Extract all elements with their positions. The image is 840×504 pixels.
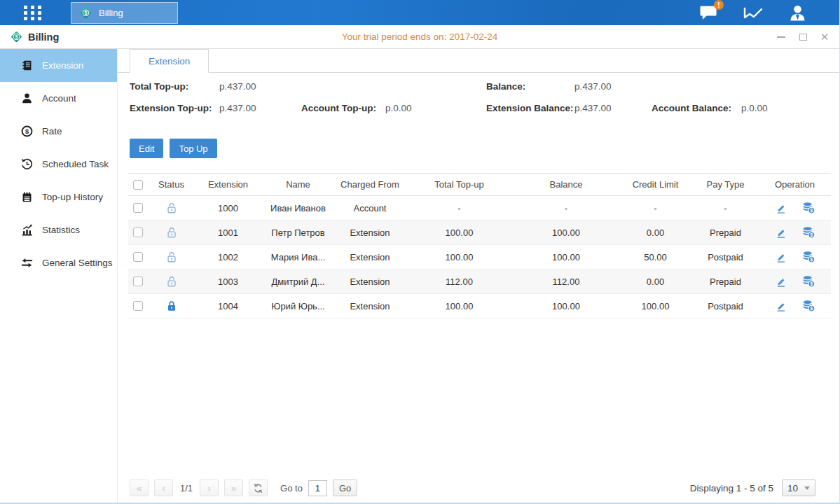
svg-text:$: $ bbox=[810, 232, 813, 238]
svg-text:$: $ bbox=[810, 257, 813, 262]
first-page-button[interactable]: « bbox=[130, 479, 149, 496]
topup-button[interactable]: Top Up bbox=[170, 139, 216, 158]
cell-name: Дмитрий Д... bbox=[261, 270, 335, 293]
row-checkbox[interactable] bbox=[133, 203, 143, 213]
topup-coins-icon[interactable]: $ bbox=[801, 251, 815, 263]
page-size-select[interactable]: 10 bbox=[782, 479, 815, 496]
prev-page-button[interactable]: ‹ bbox=[154, 479, 173, 496]
column-header-charged-from: Charged From bbox=[335, 174, 405, 195]
cell-charged-from: Extension bbox=[335, 245, 405, 269]
row-checkbox[interactable] bbox=[133, 227, 143, 237]
edit-button[interactable]: Edit bbox=[130, 139, 163, 158]
status-locked-icon bbox=[165, 300, 178, 312]
cell-charged-from: Extension bbox=[335, 270, 405, 293]
sidebar-item-rate[interactable]: $ Rate bbox=[0, 115, 117, 148]
last-page-button[interactable]: » bbox=[224, 479, 243, 496]
cell-extension: 1003 bbox=[195, 270, 261, 293]
svg-text:$: $ bbox=[810, 208, 813, 214]
billing-diamond-icon: $ bbox=[10, 30, 23, 43]
sidebar-item-extension[interactable]: Extension bbox=[0, 49, 117, 82]
extension-topup-value: p.437.00 bbox=[219, 103, 256, 113]
status-unlocked-icon bbox=[165, 251, 178, 263]
table-row: 1000Иван ИвановAccount----$ bbox=[128, 196, 831, 220]
topup-coins-icon[interactable]: $ bbox=[801, 202, 815, 214]
sidebar-item-scheduled-task[interactable]: Scheduled Task bbox=[0, 148, 117, 181]
table-row: 1003Дмитрий Д...Extension112.00112.000.0… bbox=[128, 270, 831, 294]
topup-coins-icon[interactable]: $ bbox=[801, 275, 815, 288]
row-checkbox[interactable] bbox=[133, 252, 143, 262]
tab-extension[interactable]: Extension bbox=[130, 49, 209, 73]
close-button[interactable]: ✕ bbox=[820, 32, 829, 42]
column-header-extension: Extension bbox=[195, 174, 261, 195]
sidebar-item-label: Rate bbox=[42, 126, 62, 136]
edit-pencil-icon[interactable] bbox=[775, 227, 787, 239]
user-icon[interactable] bbox=[788, 4, 807, 22]
edit-pencil-icon[interactable] bbox=[775, 276, 787, 288]
table-body: 1000Иван ИвановAccount----$1001Петр Петр… bbox=[128, 196, 831, 318]
table-header: Status Extension Name Charged From Total… bbox=[128, 173, 831, 196]
statistics-chart-icon[interactable] bbox=[743, 4, 763, 21]
maximize-button[interactable] bbox=[798, 32, 808, 42]
sidebar-item-statistics[interactable]: Statistics bbox=[0, 214, 117, 246]
column-header-status: Status bbox=[148, 174, 195, 195]
extension-balance-label: Extension Balance: bbox=[486, 103, 574, 113]
apps-grid-icon[interactable] bbox=[24, 6, 41, 20]
total-topup-label: Total Top-up: bbox=[130, 81, 188, 92]
notification-badge: ! bbox=[714, 0, 724, 10]
displaying-text: Displaying 1 - 5 of 5 bbox=[690, 483, 773, 493]
goto-label: Go to bbox=[280, 483, 303, 493]
cell-total-topup: 112.00 bbox=[405, 270, 514, 293]
topbar-tab-billing[interactable]: $ Billing bbox=[71, 2, 178, 24]
cell-extension: 1004 bbox=[195, 294, 261, 318]
edit-pencil-icon[interactable] bbox=[775, 300, 787, 312]
edit-pencil-icon[interactable] bbox=[775, 251, 787, 263]
cell-credit-limit: 0.00 bbox=[619, 220, 692, 244]
cell-pay-type: - bbox=[692, 196, 759, 220]
minimize-button[interactable] bbox=[776, 32, 786, 42]
go-button[interactable]: Go bbox=[333, 479, 357, 496]
messages-icon[interactable]: ! bbox=[699, 4, 718, 21]
balance-label: Balance: bbox=[486, 81, 525, 92]
sidebar-item-account[interactable]: Account bbox=[0, 82, 117, 115]
total-topup-value: p.437.00 bbox=[219, 81, 256, 92]
cell-balance: 112.00 bbox=[514, 270, 619, 293]
cell-charged-from: Account bbox=[335, 196, 405, 220]
balance-value: p.437.00 bbox=[574, 81, 612, 92]
row-checkbox[interactable] bbox=[133, 276, 143, 286]
column-header-pay-type: Pay Type bbox=[692, 174, 759, 195]
column-header-total-topup: Total Top-up bbox=[405, 174, 514, 195]
sidebar-item-general-settings[interactable]: General Settings bbox=[0, 246, 117, 279]
extension-topup-label: Extension Top-up: bbox=[130, 103, 212, 113]
cell-credit-limit: 50.00 bbox=[619, 245, 692, 269]
tabstrip: Extension bbox=[118, 49, 839, 73]
sidebar: Extension Account $ Rate Scheduled Task … bbox=[0, 49, 118, 503]
cell-charged-from: Extension bbox=[335, 294, 405, 318]
table-row: 1001Петр ПетровExtension100.00100.000.00… bbox=[128, 220, 831, 245]
cell-pay-type: Prepaid bbox=[692, 220, 759, 244]
cell-total-topup: 100.00 bbox=[405, 245, 514, 269]
account-balance-value: p.0.00 bbox=[741, 103, 768, 113]
table-row: 1004Юрий Юрь...Extension100.00100.00100.… bbox=[128, 294, 831, 318]
sidebar-item-topup-history[interactable]: Top-up History bbox=[0, 181, 117, 214]
cell-credit-limit: - bbox=[619, 196, 692, 220]
page-indicator: 1/1 bbox=[180, 483, 193, 493]
next-page-button[interactable]: › bbox=[200, 479, 219, 496]
cell-pay-type: Postpaid bbox=[692, 245, 759, 269]
row-checkbox[interactable] bbox=[133, 301, 143, 311]
trial-notice: Your trial period ends on: 2017-02-24 bbox=[0, 31, 839, 42]
window-title: $ Billing bbox=[10, 30, 59, 43]
edit-pencil-icon[interactable] bbox=[775, 202, 787, 214]
cell-extension: 1000 bbox=[195, 196, 261, 220]
goto-page-input[interactable] bbox=[308, 480, 327, 496]
person-icon bbox=[21, 92, 33, 104]
extension-balance-value: p.437.00 bbox=[574, 103, 612, 113]
topup-coins-icon[interactable]: $ bbox=[801, 300, 815, 312]
summary-panel: Total Top-up: p.437.00 Balance: p.437.00… bbox=[118, 73, 839, 127]
billing-diamond-icon: $ bbox=[79, 6, 92, 20]
table-row: 1002Мария Ива...Extension100.00100.0050.… bbox=[128, 245, 831, 270]
refresh-button[interactable] bbox=[249, 479, 268, 496]
cell-name: Петр Петров bbox=[261, 220, 335, 244]
topup-coins-icon[interactable]: $ bbox=[801, 226, 815, 239]
status-unlocked-icon bbox=[165, 202, 178, 214]
select-all-checkbox[interactable] bbox=[133, 180, 143, 190]
